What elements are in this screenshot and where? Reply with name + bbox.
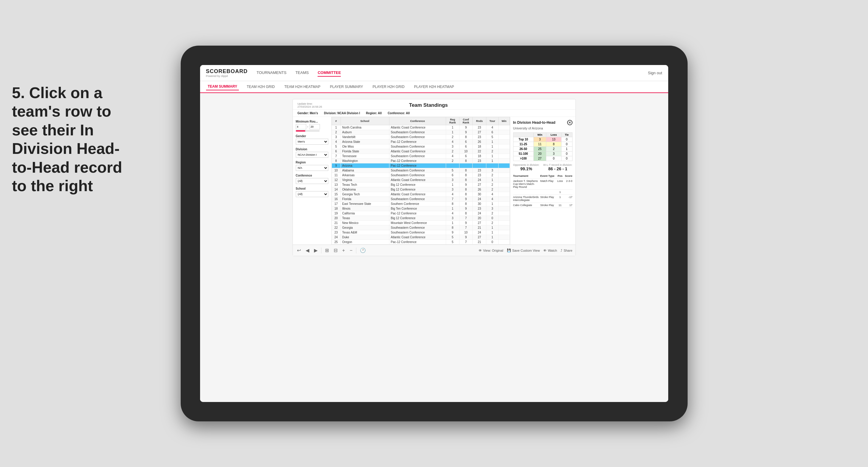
table-row[interactable]: 2 Auburn Southeastern Conference 1 9 27 … [332, 130, 509, 135]
wl-record-label: W-L-T record in-division: [543, 163, 572, 166]
sign-out-button[interactable]: Sign out [648, 71, 662, 75]
row-reg-rank: 8 [446, 225, 459, 230]
table-row[interactable]: 10 Alabama Southeastern Conference 5 8 2… [332, 168, 509, 173]
nav-teams[interactable]: TEAMS [296, 69, 309, 76]
prev-button[interactable]: ◀ [305, 247, 310, 254]
table-row[interactable]: 5 Ole Miss Southeastern Conference 3 6 1… [332, 144, 509, 149]
row-school: East Tennessee State [341, 201, 389, 206]
table-row[interactable]: 23 Texas A&M Southeastern Conference 9 1… [332, 230, 509, 235]
view-original-btn[interactable]: 👁 View: Original [478, 249, 503, 252]
min-rounds-input[interactable] [296, 124, 306, 129]
school-filter-label: School [296, 187, 328, 190]
save-custom-btn[interactable]: 💾 Save Custom View [507, 248, 540, 252]
clock-button[interactable]: 🕐 [359, 247, 367, 254]
row-reg-rank: 2 [446, 159, 459, 163]
nav-committee[interactable]: COMMITTEE [317, 69, 341, 76]
wl-win: 27 [533, 156, 546, 161]
table-row[interactable]: 4 Arizona State Pac-12 Conference 4 6 26… [332, 139, 509, 144]
toolbar-right: 👁 View: Original 💾 Save Custom View 👁 Wa… [478, 248, 572, 252]
table-row[interactable]: 20 Texas Big 12 Conference 3 7 20 0 [332, 216, 509, 221]
table-row[interactable]: 15 Georgia Tech Atlantic Coast Conferenc… [332, 192, 509, 197]
table-row[interactable]: 24 Duke Atlantic Coast Conference 5 9 27… [332, 235, 509, 240]
row-num: 13 [332, 183, 341, 187]
row-win [499, 197, 509, 201]
tourn-2-type [540, 191, 555, 193]
right-panel-header: In Division Head-to-Head ✕ [513, 120, 572, 125]
table-row[interactable]: 8 Washington Pac-12 Conference 2 8 23 1 [332, 159, 509, 163]
nav-tournaments[interactable]: TOURNAMENTS [257, 69, 286, 76]
row-win [499, 173, 509, 178]
row-conference: Southeastern Conference [389, 168, 446, 173]
slider-bar[interactable] [296, 130, 320, 131]
conference-select[interactable]: (All) [296, 178, 328, 184]
row-tour: 6 [486, 130, 498, 135]
logo-area: SCOREBOARD Powered by clippd [206, 68, 248, 77]
wl-loss: 13 [546, 137, 561, 142]
row-conf-rank: 8 [459, 178, 473, 183]
row-win [499, 225, 509, 230]
subnav-team-summary[interactable]: TEAM SUMMARY [206, 83, 239, 90]
table-row[interactable]: 21 New Mexico Mountain West Conference 1… [332, 221, 509, 225]
filter-region: Region: All [366, 112, 382, 115]
row-reg-rank [446, 163, 459, 168]
max-rounds-input[interactable] [310, 124, 320, 129]
row-school: Florida State [341, 149, 389, 154]
table-row[interactable]: 18 Illinois Big Ten Conference 1 9 23 3 [332, 206, 509, 211]
watch-btn[interactable]: 👁 Watch [543, 249, 557, 252]
row-school: Duke [341, 235, 389, 240]
share-btn[interactable]: ⤴ Share [561, 249, 572, 252]
table-row[interactable]: 16 Florida Southeastern Conference 7 9 2… [332, 197, 509, 201]
add-button[interactable]: + [341, 247, 346, 254]
table-row[interactable]: 7 Tennessee Southeastern Conference 4 6 … [332, 154, 509, 159]
row-conference: Southeastern Conference [389, 144, 446, 149]
slider-fill [296, 130, 305, 131]
row-num: 6 [332, 149, 341, 154]
division-select[interactable]: NCAA Division I [296, 152, 328, 158]
row-num: 3 [332, 135, 341, 139]
row-win [499, 201, 509, 206]
subnav-player-h2h-grid[interactable]: PLAYER H2H GRID [371, 84, 406, 90]
row-tour: 1 [486, 154, 498, 159]
minus-button[interactable]: − [348, 247, 354, 254]
tourn-row-2[interactable]: 1 [513, 190, 572, 195]
table-row[interactable]: 22 Georgia Southeastern Conference 8 7 2… [332, 225, 509, 230]
subnav-team-h2h-heatmap[interactable]: TEAM H2H HEATMAP [282, 84, 322, 90]
paste-button[interactable]: ⊟ [333, 247, 339, 254]
wl-range: 51-100 [513, 152, 533, 156]
table-row[interactable]: 1 North Carolina Atlantic Coast Conferen… [332, 125, 509, 130]
row-conf-rank: 9 [459, 197, 473, 201]
tourn-row-3[interactable]: Arizona Thunderbirds Intercollegiate Str… [513, 195, 572, 203]
table-row[interactable]: 17 East Tennessee State Southern Confere… [332, 201, 509, 206]
row-num: 14 [332, 187, 341, 192]
subnav-player-summary[interactable]: PLAYER SUMMARY [328, 84, 365, 90]
tourn-row-1[interactable]: Jackson T. Stephens Cup Men's Match-Play… [513, 179, 572, 190]
subnav-team-h2h-grid[interactable]: TEAM H2H GRID [245, 84, 276, 90]
table-row[interactable]: 19 California Pac-12 Conference 4 8 24 2 [332, 211, 509, 216]
table-row[interactable]: 13 Texas Tech Big 12 Conference 1 9 27 2 [332, 183, 509, 187]
close-button[interactable]: ✕ [567, 120, 572, 125]
copy-button[interactable]: ⊞ [324, 247, 330, 254]
wl-range: 26-50 [513, 147, 533, 152]
col-header-num: # [332, 117, 341, 125]
region-select[interactable]: N/A [296, 165, 328, 171]
table-row[interactable]: 12 Virginia Atlantic Coast Conference 3 … [332, 178, 509, 183]
undo-button[interactable]: ↩ [296, 247, 302, 254]
table-row[interactable]: 25 Oregon Pac-12 Conference 5 7 21 0 [332, 240, 509, 245]
tourn-row-4[interactable]: Cabo Collegiate Stroke Play 11 17 [513, 203, 572, 208]
panel-header: Update time: 27/03/2024 16:56:26 Team St… [293, 99, 576, 110]
school-select[interactable]: (All) [296, 191, 328, 197]
table-row[interactable]: 11 Arkansas Southeastern Conference 6 8 … [332, 173, 509, 178]
row-num: 16 [332, 197, 341, 201]
table-row[interactable]: 3 Vanderbilt Southeastern Conference 2 8… [332, 135, 509, 139]
row-conf-rank: 8 [459, 211, 473, 216]
subnav-player-h2h-heatmap[interactable]: PLAYER H2H HEATMAP [412, 84, 456, 90]
table-row[interactable]: 14 Oklahoma Big 12 Conference 3 8 26 2 [332, 187, 509, 192]
table-row[interactable]: 6 Florida State Atlantic Coast Conferenc… [332, 149, 509, 154]
filter-group-min-rounds: Minimum Rou... - [296, 120, 328, 131]
table-row[interactable]: 9 Arizona Pac-12 Conference [332, 163, 509, 168]
min-rounds-label: Minimum Rou... [296, 120, 328, 123]
tourn-4-result: 11 [556, 204, 564, 207]
gender-select[interactable]: Men's [296, 139, 328, 145]
next-button[interactable]: ▶ [313, 247, 319, 254]
right-panel: In Division Head-to-Head ✕ University of… [510, 117, 576, 245]
